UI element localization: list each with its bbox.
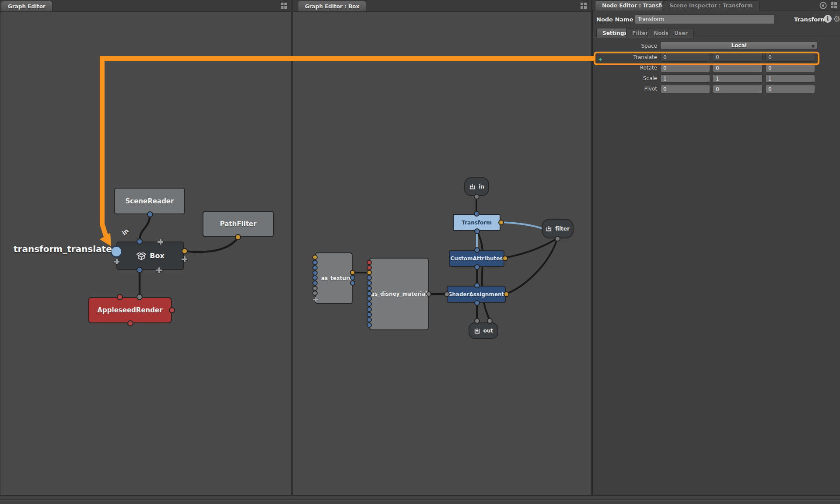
plug-texture-param[interactable] xyxy=(312,255,318,260)
translate-x-input[interactable] xyxy=(660,53,710,62)
tab-graph-editor-box[interactable]: Graph Editor : Box xyxy=(298,1,366,11)
plug-render-top-left[interactable] xyxy=(117,294,123,300)
panel-graph-editor: Graph Editor SceneReader PathFilter xyxy=(0,0,291,495)
plug-box-bottom[interactable] xyxy=(136,267,143,273)
plug-texture-out3[interactable] xyxy=(350,280,355,286)
node-box[interactable]: Box xyxy=(116,242,184,270)
node-pathfilter[interactable]: PathFilter xyxy=(203,211,274,237)
panel-layout-icon[interactable] xyxy=(830,2,837,9)
tab-graph-editor[interactable]: Graph Editor xyxy=(1,1,52,11)
rotate-y-input[interactable] xyxy=(713,64,763,72)
rotate-x-input[interactable] xyxy=(660,64,710,72)
node-label: CustomAttributes xyxy=(451,256,503,262)
plug-out-in[interactable] xyxy=(474,318,480,324)
node-label: SceneReader xyxy=(126,197,174,205)
plug-material-param[interactable] xyxy=(367,270,372,275)
rotate-z-input[interactable] xyxy=(765,64,815,72)
node-out[interactable]: out xyxy=(469,322,498,339)
panel-layout-icon[interactable] xyxy=(580,2,587,9)
grid-icon xyxy=(280,2,287,9)
node-scenereader[interactable]: SceneReader xyxy=(114,188,185,214)
plug-shaderassignment-filter[interactable] xyxy=(504,291,509,297)
plug-transform-filter[interactable] xyxy=(498,220,504,225)
plug-customattributes-out[interactable] xyxy=(474,264,480,270)
plug-scenereader-out[interactable] xyxy=(147,211,153,217)
space-label: Space xyxy=(593,43,657,49)
scale-y-input[interactable] xyxy=(713,74,763,83)
scale-z-input[interactable] xyxy=(765,74,815,83)
plug-texture-out2[interactable] xyxy=(350,275,355,280)
scale-x-input[interactable] xyxy=(660,74,710,83)
plug-material-param[interactable] xyxy=(367,286,372,291)
plug-box-out[interactable] xyxy=(182,248,188,254)
gear-icon[interactable]: ⚙ xyxy=(833,15,840,23)
bottom-bar-groove xyxy=(0,499,840,500)
translate-y-input[interactable] xyxy=(713,53,763,62)
plug-out-in2[interactable] xyxy=(487,318,493,324)
plug-material-param[interactable] xyxy=(367,260,372,265)
pivot-x-input[interactable] xyxy=(660,85,710,93)
plug-customattributes-filter[interactable] xyxy=(502,256,508,261)
plug-texture-param[interactable] xyxy=(312,280,318,286)
plug-material-param[interactable] xyxy=(367,307,372,312)
node-editor-body: Node Name Transform Transform i ⚙ Settin… xyxy=(592,10,840,495)
plug-in-out[interactable] xyxy=(474,194,480,200)
space-dropdown[interactable]: Local ▼ xyxy=(660,42,818,49)
plug-material-param[interactable] xyxy=(367,317,372,322)
plug-texture-param[interactable] xyxy=(312,290,318,296)
graph-canvas-box[interactable]: as_texture as_disney_material in Transfo… xyxy=(293,12,591,495)
pivot-y-input[interactable] xyxy=(713,85,763,93)
plug-material-out[interactable] xyxy=(426,291,431,297)
tab-user[interactable]: User xyxy=(668,28,694,38)
add-plug-icon[interactable] xyxy=(156,267,162,273)
info-icon[interactable]: i xyxy=(824,15,832,23)
add-plug-icon[interactable] xyxy=(182,256,187,262)
plug-transform-in[interactable] xyxy=(474,211,480,217)
plug-material-param[interactable] xyxy=(367,322,372,328)
panel-node-editor: Node Editor : Transform Scene Inspector … xyxy=(592,0,840,495)
plug-material-param[interactable] xyxy=(367,280,372,286)
node-as-texture[interactable]: as_texture xyxy=(315,252,353,304)
plug-texture-param[interactable] xyxy=(312,260,318,265)
plug-material-param[interactable] xyxy=(367,312,372,317)
panel-graph-editor-box: Graph Editor : Box as_texture xyxy=(293,0,591,495)
node-label: filter xyxy=(555,226,570,232)
plug-texture-param[interactable] xyxy=(312,265,318,270)
node-in[interactable]: in xyxy=(464,177,489,196)
node-as-disney-material[interactable]: as_disney_material xyxy=(369,258,429,330)
add-plug-icon[interactable] xyxy=(114,259,119,264)
plug-render-bottom[interactable] xyxy=(127,320,133,326)
graph-canvas-main[interactable]: SceneReader PathFilter Box Ap xyxy=(0,12,291,495)
plug-filter-out[interactable] xyxy=(555,236,560,242)
plug-transform-out[interactable] xyxy=(474,228,480,234)
node-label: out xyxy=(483,328,494,334)
plug-shaderassignment-out[interactable] xyxy=(474,300,480,306)
add-plug-icon[interactable] xyxy=(158,239,163,245)
plug-shaderassignment-in[interactable] xyxy=(474,283,480,288)
plug-material-param[interactable] xyxy=(367,296,372,301)
translate-z-input[interactable] xyxy=(765,53,815,62)
plug-texture-out[interactable] xyxy=(350,270,355,275)
plug-material-param[interactable] xyxy=(367,301,372,307)
plug-texture-param[interactable] xyxy=(312,275,318,280)
plug-material-param[interactable] xyxy=(367,275,372,280)
plug-box-transform-translate[interactable] xyxy=(110,245,122,258)
tab-label: Settings xyxy=(602,30,627,36)
plug-customattributes-in[interactable] xyxy=(474,247,480,253)
plug-shaderassignment-shader[interactable] xyxy=(444,291,450,297)
plug-render-in[interactable] xyxy=(136,294,143,300)
tab-label: User xyxy=(674,30,688,36)
node-name-input[interactable]: Transform xyxy=(635,14,775,24)
node-appleseedrender[interactable]: AppleseedRender xyxy=(88,297,172,323)
panel-layout-icon[interactable] xyxy=(280,2,287,9)
pin-editor-icon[interactable] xyxy=(819,2,827,11)
plug-material-param[interactable] xyxy=(367,291,372,296)
node-name-value: Transform xyxy=(638,16,664,22)
plug-render-right[interactable] xyxy=(169,307,175,313)
node-label: in xyxy=(479,184,484,190)
pivot-z-input[interactable] xyxy=(765,85,815,93)
add-plug-icon[interactable] xyxy=(313,297,318,302)
tab-scene-inspector[interactable]: Scene Inspector : Transform xyxy=(662,0,760,10)
plug-pathfilter-out[interactable] xyxy=(235,234,241,240)
plug-box-in[interactable] xyxy=(136,238,143,245)
